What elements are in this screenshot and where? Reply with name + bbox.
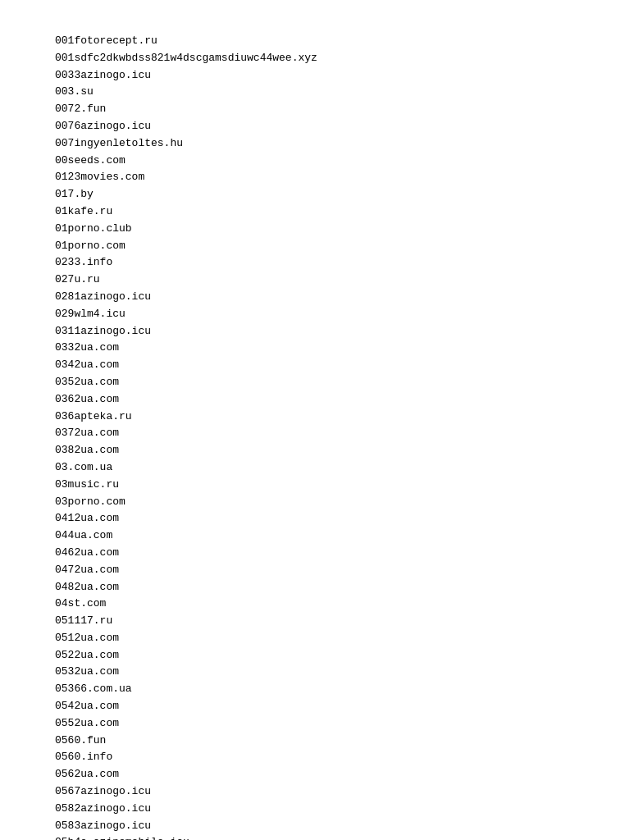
list-item: 0522ua.com — [55, 647, 575, 664]
list-item: 0560.info — [55, 749, 575, 766]
list-item: 01porno.com — [55, 238, 575, 255]
list-item: 0412ua.com — [55, 510, 575, 527]
list-item: 0332ua.com — [55, 340, 575, 357]
list-item: 03.com.ua — [55, 459, 575, 477]
list-item: 0472ua.com — [55, 562, 575, 579]
list-item: 0072.fun — [55, 101, 575, 118]
list-item: 0372ua.com — [55, 425, 575, 442]
list-item: 04st.com — [55, 596, 575, 613]
list-item: 0567azinogo.icu — [55, 783, 575, 801]
list-item: 0342ua.com — [55, 357, 575, 374]
list-item: 01kafe.ru — [55, 203, 575, 221]
list-item: 044ua.com — [55, 527, 575, 545]
list-item: 0462ua.com — [55, 545, 575, 562]
list-item: 029wlm4.icu — [55, 306, 575, 323]
list-item: 03music.ru — [55, 477, 575, 494]
list-item: 0542ua.com — [55, 698, 575, 715]
list-item: 001sdfc2dkwbdss821w4dscgamsdiuwc44wee.xy… — [55, 50, 575, 67]
list-item: 0552ua.com — [55, 715, 575, 733]
list-item: 0233.info — [55, 254, 575, 272]
list-item: 01porno.club — [55, 221, 575, 238]
list-item: 03porno.com — [55, 494, 575, 511]
list-item: 0582azinogo.icu — [55, 801, 575, 818]
list-item: 027u.ru — [55, 272, 575, 289]
domain-list: 001fotorecept.ru001sdfc2dkwbdss821w4dscg… — [55, 33, 575, 840]
list-item: 0532ua.com — [55, 664, 575, 681]
list-item: 0382ua.com — [55, 442, 575, 459]
list-item: 0482ua.com — [55, 579, 575, 596]
list-item: 0311azinogo.icu — [55, 323, 575, 340]
list-item: 0362ua.com — [55, 391, 575, 409]
list-item: 0033azinogo.icu — [55, 67, 575, 84]
list-item: 05b4a-azinomobile.icu — [55, 834, 575, 840]
list-item: 0583azinogo.icu — [55, 818, 575, 835]
list-item: 0281azinogo.icu — [55, 289, 575, 306]
list-item: 007ingyenletoltes.hu — [55, 135, 575, 153]
list-item: 0352ua.com — [55, 374, 575, 391]
list-item: 003.su — [55, 84, 575, 101]
list-item: 051117.ru — [55, 613, 575, 630]
list-item: 017.by — [55, 186, 575, 203]
list-item: 0512ua.com — [55, 630, 575, 647]
list-item: 05366.com.ua — [55, 681, 575, 698]
list-item: 0562ua.com — [55, 766, 575, 783]
list-item: 036apteka.ru — [55, 409, 575, 426]
list-item: 001fotorecept.ru — [55, 33, 575, 50]
list-item: 0123movies.com — [55, 169, 575, 186]
list-item: 0560.fun — [55, 733, 575, 750]
list-item: 00seeds.com — [55, 153, 575, 170]
list-item: 0076azinogo.icu — [55, 118, 575, 135]
